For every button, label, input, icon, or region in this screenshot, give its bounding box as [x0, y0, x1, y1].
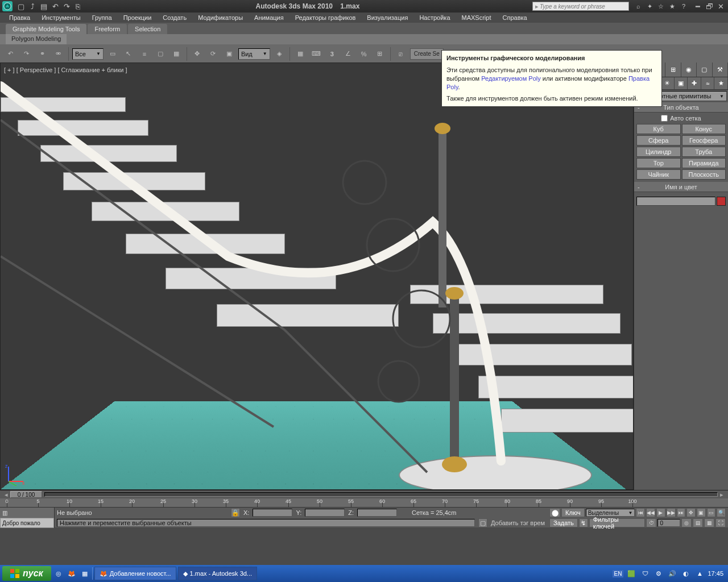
star-icon[interactable]: ★	[668, 2, 677, 11]
menu-rendering[interactable]: Визуализация	[361, 13, 413, 22]
object-name-input[interactable]	[636, 197, 715, 206]
obj-cylinder-button[interactable]: Цилиндр	[636, 147, 681, 157]
isolate-icon[interactable]: ▢	[478, 518, 487, 527]
key-mode-icon[interactable]: ↯	[579, 518, 588, 527]
obj-sphere-button[interactable]: Сфера	[636, 135, 681, 146]
autokey-button[interactable]: Ключ	[561, 508, 585, 517]
rotate-icon[interactable]: ⟳	[206, 47, 220, 61]
qat-more-icon[interactable]: ⎘	[73, 2, 83, 11]
select-icon[interactable]: ↖	[122, 47, 135, 61]
key-filters-button[interactable]: Фильтры ключей	[589, 518, 646, 527]
track-end-icon[interactable]: ▸	[720, 491, 723, 498]
track-toggle-icon[interactable]: ◂	[5, 491, 8, 498]
menu-help[interactable]: Справка	[497, 13, 533, 22]
obj-pyramid-button[interactable]: Пирамида	[682, 158, 726, 168]
snap-toggle-icon[interactable]: 3	[325, 47, 339, 61]
select-region-icon[interactable]: ▭	[106, 47, 119, 61]
prompt-input[interactable]: Нажмите и переместите выбранные объекты	[57, 519, 475, 527]
prev-frame-icon[interactable]: ◀◀	[646, 508, 655, 517]
cat-cameras-icon[interactable]: ▣	[675, 77, 688, 89]
time-track[interactable]	[44, 492, 718, 497]
menu-maxscript[interactable]: MAXScript	[456, 13, 497, 22]
link-icon[interactable]: ⚭	[35, 47, 49, 61]
obj-cone-button[interactable]: Конус	[682, 124, 726, 134]
tray-icon-2[interactable]: 🛡	[639, 568, 651, 579]
percent-snap-icon[interactable]: %	[357, 47, 371, 61]
ref-coord-dropdown[interactable]: Вид▼	[238, 48, 270, 60]
manipulate-icon[interactable]: ▦	[293, 47, 307, 61]
nav-dolly-icon[interactable]: ▦	[704, 518, 714, 527]
lock-selection-icon[interactable]: 🔒	[231, 508, 240, 517]
scale-icon[interactable]: ▣	[222, 47, 236, 61]
pivot-icon[interactable]: ◈	[272, 47, 286, 61]
restore-icon[interactable]: 🗗	[704, 2, 714, 11]
nav-orbit-icon[interactable]: ◎	[681, 518, 692, 527]
taskbar-item-3dsmax[interactable]: ◆1.max - Autodesk 3d...	[178, 567, 257, 580]
angle-snap-icon[interactable]: ∠	[341, 47, 355, 61]
obj-tube-button[interactable]: Труба	[682, 147, 726, 157]
nav-maximize-icon[interactable]: ⛶	[715, 518, 726, 527]
autogrid-checkbox[interactable]: Авто сетка	[636, 115, 726, 122]
play-icon[interactable]: ▶	[656, 508, 665, 517]
qat-save-icon[interactable]: ▤	[39, 2, 49, 11]
start-button[interactable]: пуск	[2, 566, 51, 581]
taskbar-item-firefox[interactable]: 🦊Добавление новост...	[94, 567, 176, 580]
obj-geosphere-button[interactable]: Геосфера	[682, 135, 726, 146]
script-listener-icon[interactable]: ▥	[2, 510, 7, 516]
named-sets-icon[interactable]: ⎚	[394, 47, 408, 61]
menu-tools[interactable]: Инструменты	[36, 13, 86, 22]
ribbon-tab-freeform[interactable]: Freeform	[88, 24, 127, 34]
redo-icon[interactable]: ↷	[19, 47, 33, 61]
add-time-tag[interactable]: Добавить тэг врем	[491, 519, 545, 526]
help-icon[interactable]: ?	[679, 2, 688, 11]
minimize-icon[interactable]: ━	[693, 2, 703, 11]
menu-views[interactable]: Проекции	[118, 13, 158, 22]
tab-utilities-icon[interactable]: ⚒	[713, 63, 729, 77]
spinner-snap-icon[interactable]: ⊞	[373, 47, 387, 61]
tray-icon-1[interactable]: 🟩	[626, 568, 637, 579]
taskbar-clock[interactable]: 17:45	[708, 570, 723, 577]
menu-graph-editors[interactable]: Редакторы графиков	[289, 13, 362, 22]
coord-y-input[interactable]	[305, 509, 345, 517]
menu-create[interactable]: Создать	[157, 13, 192, 22]
nav-zoom-ext-icon[interactable]: ▣	[697, 508, 706, 517]
rollout-name-color[interactable]: -Имя и цвет	[634, 182, 728, 192]
comm-icon[interactable]: ☆	[656, 2, 665, 11]
app-menu-icon[interactable]	[2, 1, 13, 11]
tray-icon-3[interactable]: ⚙	[653, 568, 664, 579]
tooltip-link-editable-poly[interactable]: Редактируемом Poly	[481, 75, 541, 82]
nav-pan-icon[interactable]: ✥	[686, 508, 696, 517]
cat-helpers-icon[interactable]: ✚	[688, 77, 701, 89]
lang-indicator[interactable]: EN	[613, 570, 624, 577]
viewport-label[interactable]: [ + ] [ Perspective ] [ Сглаживание + бл…	[4, 66, 127, 73]
ribbon-tab-graphite[interactable]: Graphite Modeling Tools	[6, 24, 86, 34]
keyboard-icon[interactable]: ⌨	[309, 47, 323, 61]
help-search[interactable]: ▸	[532, 2, 629, 11]
tray-icon-5[interactable]: ◐	[680, 568, 692, 579]
binoculars-icon[interactable]: ⌕	[634, 2, 643, 11]
obj-box-button[interactable]: Куб	[636, 124, 681, 134]
menu-animation[interactable]: Анимация	[249, 13, 289, 22]
tray-icon-6[interactable]: ▲	[694, 568, 705, 579]
menu-customize[interactable]: Настройка	[413, 13, 456, 22]
nav-fov-icon[interactable]: ▭	[707, 508, 716, 517]
qat-redo-icon[interactable]: ↷	[61, 2, 72, 11]
next-frame-icon[interactable]: ▶▶	[667, 508, 676, 517]
ribbon-tab-selection[interactable]: Selection	[128, 24, 167, 34]
crossing-icon[interactable]: ▦	[169, 47, 183, 61]
nav-zoom-icon[interactable]: 🔍	[717, 508, 726, 517]
obj-torus-button[interactable]: Тор	[636, 158, 681, 168]
time-ruler[interactable]: 0510152025303540455055606570758085909510…	[0, 498, 728, 508]
key-filter-dropdown[interactable]: Выделенны▼	[586, 509, 635, 517]
steering-icon[interactable]: ✦	[645, 2, 654, 11]
menu-modifiers[interactable]: Модификаторы	[192, 13, 249, 22]
close-icon[interactable]: ✕	[715, 2, 726, 11]
qat-new-icon[interactable]: ▢	[16, 2, 26, 11]
rect-region-icon[interactable]: ▢	[154, 47, 167, 61]
tab-hierarchy-icon[interactable]: ⊞	[665, 63, 681, 77]
menu-edit[interactable]: Правка	[3, 13, 36, 22]
create-selection-button[interactable]: Create Se	[410, 48, 444, 60]
time-slider[interactable]: 0 / 100	[10, 491, 42, 498]
obj-teapot-button[interactable]: Чайник	[636, 169, 681, 180]
coord-z-input[interactable]	[357, 509, 397, 517]
